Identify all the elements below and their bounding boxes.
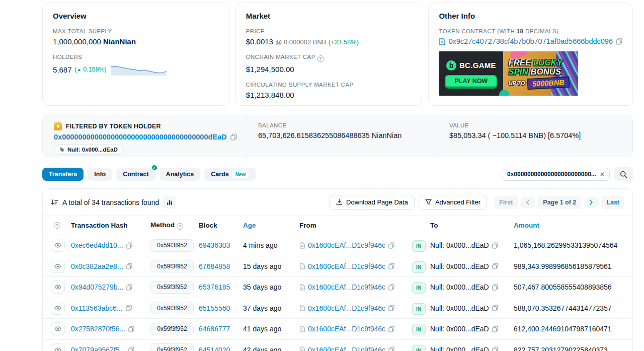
from-address-link[interactable]: 0x1600cEAf...D1c9f946c: [308, 304, 385, 312]
to-address[interactable]: Null: 0x000...dEaD: [430, 262, 489, 270]
ad-play-now-button[interactable]: PLAY NOW: [445, 75, 497, 87]
to-address[interactable]: Null: 0x000...dEaD: [430, 325, 489, 333]
advanced-filter-button[interactable]: Advanced Filter: [419, 195, 487, 209]
transaction-hash-link[interactable]: 0x7079a9567f5...: [71, 346, 125, 351]
tab-contract[interactable]: Contract ✓: [116, 168, 155, 181]
age-cell: 35 days ago: [243, 283, 299, 291]
copy-icon[interactable]: [616, 38, 622, 45]
transaction-hash-link[interactable]: 0x113563abc6...: [71, 304, 123, 312]
help-icon[interactable]: ?: [54, 222, 60, 229]
tab-cards[interactable]: Cards New: [204, 168, 256, 181]
block-link[interactable]: 69436303: [199, 241, 230, 249]
copy-icon[interactable]: [388, 305, 394, 311]
copy-icon[interactable]: [388, 326, 394, 332]
block-link[interactable]: 64686777: [199, 325, 230, 333]
transaction-hash-link[interactable]: 0xec6ed4dd10...: [71, 241, 123, 249]
copy-icon[interactable]: [492, 284, 498, 291]
preview-transaction-button[interactable]: [51, 260, 65, 273]
copy-icon[interactable]: [126, 263, 132, 269]
tab-analytics[interactable]: Analytics: [159, 168, 201, 181]
from-address-link[interactable]: 0x1600cEAf...D1c9f946c: [308, 241, 385, 249]
contract-icon: [299, 284, 305, 291]
preview-transaction-button[interactable]: [51, 322, 65, 335]
direction-badge: IN: [412, 324, 426, 335]
copy-icon[interactable]: [128, 346, 134, 351]
first-page-button[interactable]: First: [494, 196, 518, 209]
copy-icon[interactable]: [388, 242, 394, 249]
preview-transaction-button[interactable]: [51, 343, 65, 351]
download-page-data-button[interactable]: Download Page Data: [330, 195, 415, 209]
method-badge[interactable]: 0x59f3f952: [150, 323, 194, 335]
to-address[interactable]: Null: 0x000...dEaD: [430, 241, 489, 249]
method-badge[interactable]: 0x59f3f952: [150, 302, 194, 314]
copy-icon[interactable]: [492, 242, 498, 249]
method-badge[interactable]: 0x59f3f952: [150, 260, 194, 272]
header-to: To: [430, 222, 514, 229]
copy-icon[interactable]: [126, 284, 132, 291]
from-address-link[interactable]: 0x1600cEAf...D1c9f946c: [308, 283, 385, 291]
holder-name-tag[interactable]: Null: 0x000...dEaD: [54, 145, 123, 155]
age-cell: 42 days ago: [243, 346, 299, 351]
transaction-hash-link[interactable]: 0x27582870f56...: [71, 325, 125, 333]
preview-transaction-button[interactable]: [51, 280, 65, 294]
clear-filter-icon[interactable]: ×: [600, 171, 604, 178]
preview-transaction-button[interactable]: [51, 302, 65, 315]
applied-search-filter[interactable]: 0x00000000000000000000000... ×: [502, 168, 610, 181]
view-chart-button[interactable]: [163, 196, 176, 208]
method-badge[interactable]: 0x59f3f952: [150, 239, 194, 252]
method-badge[interactable]: 0x59f3f952: [150, 343, 194, 351]
copy-icon[interactable]: [492, 305, 498, 311]
other-info-title: Other Info: [439, 12, 622, 20]
copy-icon[interactable]: [128, 326, 134, 332]
block-link[interactable]: 64514020: [199, 346, 230, 351]
page-indicator: Page 1 of 2: [538, 196, 581, 209]
to-address[interactable]: Null: 0x000...dEaD: [430, 283, 489, 291]
block-link[interactable]: 65155560: [199, 304, 230, 312]
transaction-hash-link[interactable]: 0x94d075279b...: [71, 283, 123, 291]
copy-icon[interactable]: [492, 346, 498, 351]
table-row: 0x94d075279b... 0x59f3f952 65376185 35 d…: [43, 277, 632, 298]
copy-icon[interactable]: [126, 242, 132, 249]
copy-icon[interactable]: [126, 305, 132, 311]
price-value-row: $0.0013 @ 0.000002 BNB (+23.58%): [246, 37, 412, 46]
copy-icon[interactable]: [492, 263, 498, 269]
bcgame-ad-banner[interactable]: b BC.GAME PLAY NOW FREE LUCKY SPIN BONUS: [439, 51, 578, 96]
to-address[interactable]: Null: 0x000...dEaD: [430, 346, 489, 351]
copy-icon[interactable]: [388, 346, 394, 351]
copy-icon[interactable]: [388, 263, 394, 269]
token-contract-row: 0x9c27c4072738cf4b7b0b7071af0ad5666bddc0…: [439, 37, 622, 45]
preview-transaction-button[interactable]: [51, 239, 65, 252]
tab-transfers[interactable]: Transfers: [42, 168, 84, 181]
amount-cell: 612,400.244691047987160471: [514, 325, 624, 333]
help-icon[interactable]: ?: [317, 55, 324, 62]
verified-check-icon: ✓: [151, 164, 158, 171]
overview-card: Overview MAX TOTAL SUPPLY 1,000,000,000 …: [42, 3, 229, 106]
holder-address-link[interactable]: 0x000000000000000000000000000000000000dE…: [54, 133, 227, 141]
eye-icon: [54, 326, 61, 331]
from-address-link[interactable]: 0x1600cEAf...D1c9f946c: [308, 325, 385, 333]
token-contract-address-link[interactable]: 0x9c27c4072738cf4b7b0b7071af0ad5666bddc0…: [448, 37, 613, 45]
search-button[interactable]: [614, 167, 633, 181]
method-badge[interactable]: 0x59f3f952: [150, 281, 194, 294]
prev-page-button[interactable]: [521, 197, 535, 208]
table-row: 0x27582870f56... 0x59f3f952 64686777 41 …: [43, 319, 632, 340]
filter-token-icon: [54, 122, 62, 130]
transaction-hash-link[interactable]: 0x0c382aa2e8...: [71, 262, 123, 270]
direction-badge: IN: [412, 345, 426, 351]
tab-info[interactable]: Info: [88, 168, 112, 181]
from-address-link[interactable]: 0x1600cEAf...D1c9f946c: [308, 262, 385, 270]
header-age[interactable]: Age: [243, 222, 299, 229]
from-address-link[interactable]: 0x1600cEAf...D1c9f946c: [308, 346, 385, 351]
to-address[interactable]: Null: 0x000...dEaD: [430, 304, 489, 312]
next-page-button[interactable]: [584, 197, 598, 208]
contract-icon: [299, 326, 305, 332]
block-link[interactable]: 65376185: [199, 283, 230, 291]
copy-icon[interactable]: [388, 284, 394, 291]
last-page-button[interactable]: Last: [601, 196, 624, 209]
block-link[interactable]: 67684858: [199, 262, 230, 270]
header-amount[interactable]: Amount: [514, 222, 624, 229]
copy-icon[interactable]: [492, 326, 498, 332]
help-icon[interactable]: ?: [177, 223, 183, 230]
copy-icon[interactable]: [230, 133, 237, 141]
pagination: First Page 1 of 2 Last: [494, 196, 624, 209]
